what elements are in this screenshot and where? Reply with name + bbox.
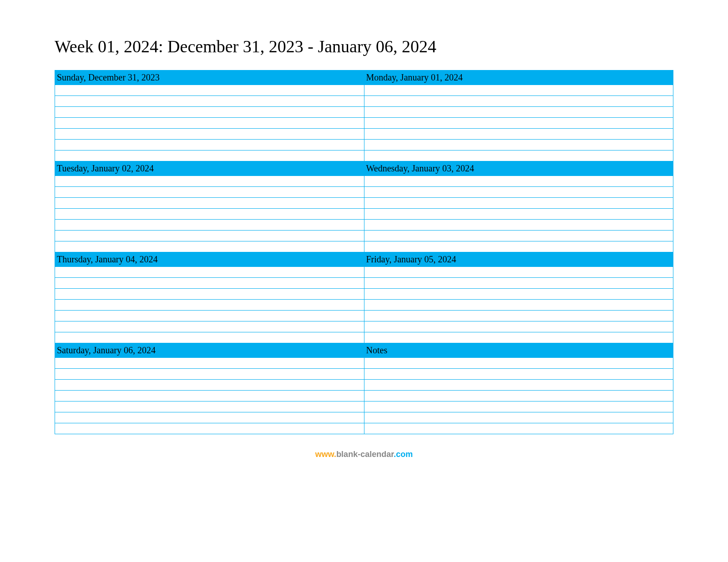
day-header-thursday: Thursday, January 04, 2024 [55,252,364,266]
entry-line[interactable] [364,277,673,288]
entry-line[interactable] [55,412,364,423]
entry-line[interactable] [55,299,364,310]
entry-line[interactable] [364,230,673,241]
entry-line[interactable] [55,277,364,288]
entry-line[interactable] [364,106,673,117]
day-header-saturday: Saturday, January 06, 2024 [55,343,364,357]
entry-line[interactable] [364,176,673,186]
entry-line[interactable] [364,288,673,299]
entry-line[interactable] [55,266,364,277]
entry-line[interactable] [55,106,364,117]
entry-line[interactable] [55,288,364,299]
footer-domain: blank-calendar [336,450,394,459]
entry-line[interactable] [55,379,364,390]
day-header-friday: Friday, January 05, 2024 [364,252,673,266]
day-header-wednesday: Wednesday, January 03, 2024 [364,161,673,176]
entry-line[interactable] [55,208,364,219]
weekly-calendar-page: Week 01, 2024: December 31, 2023 - Janua… [0,0,728,473]
entry-line[interactable] [55,186,364,197]
entry-line[interactable] [364,241,673,252]
entry-line[interactable] [55,321,364,332]
entry-line[interactable] [364,95,673,106]
entry-line[interactable] [364,219,673,230]
calendar-grid: Sunday, December 31, 2023 Monday, Januar… [55,70,673,434]
entry-line[interactable] [364,310,673,321]
entry-line[interactable] [55,139,364,150]
day-header-tuesday: Tuesday, January 02, 2024 [55,161,364,176]
entry-line[interactable] [364,266,673,277]
entry-line[interactable] [364,412,673,423]
day-header-notes: Notes [364,343,673,357]
entry-line[interactable] [55,197,364,208]
entry-line[interactable] [55,150,364,161]
entry-line[interactable] [55,176,364,186]
entry-line[interactable] [55,332,364,343]
footer-url[interactable]: www.blank-calendar.com [55,450,673,459]
entry-line[interactable] [55,85,364,95]
entry-line[interactable] [364,208,673,219]
day-header-monday: Monday, January 01, 2024 [364,70,673,85]
footer-tld: .com [394,450,413,459]
entry-line[interactable] [55,368,364,379]
entry-line[interactable] [364,139,673,150]
entry-line[interactable] [55,390,364,401]
entry-line[interactable] [364,186,673,197]
entry-line[interactable] [364,128,673,139]
entry-line[interactable] [364,299,673,310]
footer-www: www. [315,450,336,459]
entry-line[interactable] [55,117,364,128]
entry-line[interactable] [55,357,364,368]
entry-line[interactable] [55,230,364,241]
entry-line[interactable] [364,117,673,128]
entry-line[interactable] [364,401,673,412]
entry-line[interactable] [55,241,364,252]
entry-line[interactable] [364,368,673,379]
entry-line[interactable] [364,379,673,390]
entry-line[interactable] [55,401,364,412]
entry-line[interactable] [364,390,673,401]
entry-line[interactable] [364,150,673,161]
entry-line[interactable] [55,128,364,139]
day-header-sunday: Sunday, December 31, 2023 [55,70,364,85]
entry-line[interactable] [364,423,673,434]
entry-line[interactable] [364,321,673,332]
entry-line[interactable] [55,219,364,230]
entry-line[interactable] [55,310,364,321]
entry-line[interactable] [55,423,364,434]
entry-line[interactable] [364,197,673,208]
page-title: Week 01, 2024: December 31, 2023 - Janua… [55,36,673,56]
entry-line[interactable] [364,357,673,368]
entry-line[interactable] [364,332,673,343]
entry-line[interactable] [55,95,364,106]
entry-line[interactable] [364,85,673,95]
